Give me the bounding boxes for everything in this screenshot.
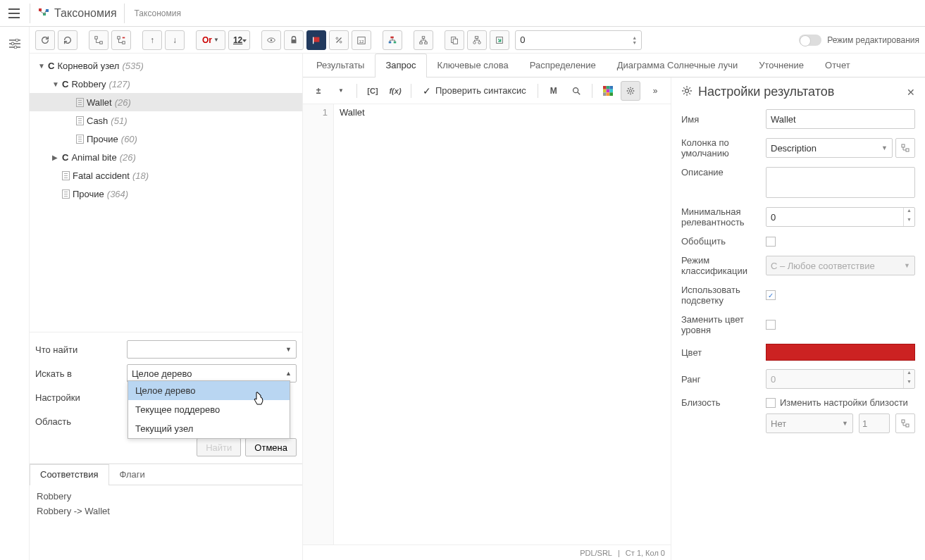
svg-rect-2 <box>46 9 49 12</box>
app-title: Таксономия <box>54 7 117 20</box>
breadcrumb: Таксономия <box>135 8 181 18</box>
hamburger-icon[interactable] <box>6 5 23 22</box>
app-header: Таксономия Таксономия <box>0 0 925 27</box>
app-icon <box>37 7 50 20</box>
svg-rect-0 <box>39 8 42 11</box>
